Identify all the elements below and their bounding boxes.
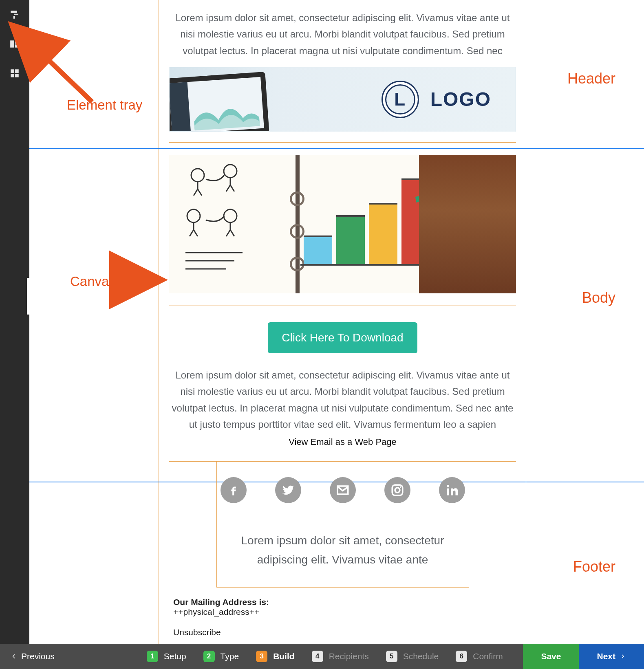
- step-badge: 6: [456, 651, 467, 662]
- callout-canvas: Canvas: [70, 274, 116, 289]
- svg-rect-14: [392, 485, 403, 495]
- step-recipients[interactable]: 4Recipients: [312, 651, 369, 662]
- logo-brand: L LOGO: [382, 81, 491, 118]
- previous-label: Previous: [21, 651, 55, 661]
- svg-point-10: [191, 169, 204, 182]
- step-label: Schedule: [403, 651, 439, 661]
- svg-rect-4: [15, 69, 19, 73]
- body-text-block[interactable]: Lorem ipsum dolor sit amet, consectetur …: [171, 367, 514, 433]
- step-badge: 2: [203, 651, 215, 662]
- grid-icon: [9, 68, 20, 79]
- svg-point-16: [399, 486, 401, 488]
- svg-rect-5: [11, 74, 14, 77]
- next-label: Next: [597, 651, 615, 661]
- step-badge: 5: [386, 651, 397, 662]
- save-label: Save: [541, 651, 561, 661]
- wizard-steps: 1Setup 2Type 3Build 4Recipients 5Schedul…: [147, 651, 503, 662]
- next-button[interactable]: Next: [579, 644, 644, 669]
- chevron-right-icon: [620, 653, 626, 660]
- logo-mark-letter: L: [394, 89, 406, 110]
- step-badge: 3: [256, 651, 267, 662]
- svg-point-11: [224, 165, 237, 178]
- wizard-stepbar: Previous 1Setup 2Type 3Build 4Recipients…: [0, 644, 644, 669]
- svg-point-15: [395, 488, 400, 493]
- mailing-label: Our Mailing Address is:: [173, 597, 269, 607]
- tool-layout-columns[interactable]: [0, 29, 29, 59]
- laptop-graphic-icon: [169, 67, 302, 132]
- step-schedule[interactable]: 5Schedule: [386, 651, 439, 662]
- view-as-webpage-link[interactable]: View Email as a Web Page: [159, 437, 526, 447]
- tool-paint-roller[interactable]: [0, 0, 29, 29]
- logo-banner-image[interactable]: L LOGO: [169, 67, 516, 132]
- header-text-block[interactable]: Lorem ipsum dolor sit amet, consectetur …: [172, 10, 514, 59]
- step-build[interactable]: 3Build: [256, 651, 295, 662]
- unsubscribe-link[interactable]: Unsubscribe: [173, 627, 221, 637]
- body-divider-bottom: [169, 306, 516, 306]
- step-label: Build: [273, 651, 295, 661]
- email-canvas[interactable]: Lorem ipsum dolor sit amet, consectetur …: [159, 0, 526, 644]
- hero-image[interactable]: [169, 155, 516, 293]
- save-button[interactable]: Save: [523, 644, 579, 669]
- svg-rect-1: [15, 40, 19, 44]
- svg-rect-6: [15, 74, 19, 77]
- zone-label-body: Body: [582, 289, 615, 306]
- social-twitter-icon[interactable]: [275, 477, 301, 503]
- arrow-to-tray-icon: [35, 45, 100, 106]
- step-setup[interactable]: 1Setup: [147, 651, 186, 662]
- callout-canvas-label: Canvas: [70, 274, 116, 289]
- paint-roller-icon: [9, 9, 20, 20]
- svg-point-12: [187, 209, 200, 222]
- element-tray-sidebar: [0, 0, 29, 644]
- zone-label-footer: Footer: [573, 558, 615, 575]
- cta-download-button[interactable]: Click Here To Download: [268, 322, 417, 353]
- step-badge: 1: [147, 651, 158, 662]
- notebook-sketch-icon: [169, 155, 300, 293]
- body-divider-top: [169, 142, 516, 143]
- svg-point-13: [224, 209, 237, 222]
- step-confirm[interactable]: 6Confirm: [456, 651, 503, 662]
- step-label: Recipients: [329, 651, 369, 661]
- svg-rect-0: [10, 40, 14, 47]
- chevron-left-icon: [11, 653, 17, 660]
- step-badge: 4: [312, 651, 323, 662]
- svg-rect-17: [447, 489, 449, 495]
- logo-text: LOGO: [430, 88, 491, 110]
- social-linkedin-icon[interactable]: [439, 477, 465, 503]
- canvas-border-right: [526, 0, 526, 644]
- svg-rect-3: [11, 69, 14, 73]
- layout-columns-icon: [9, 39, 20, 49]
- social-row: [216, 462, 469, 517]
- step-label: Setup: [164, 651, 186, 661]
- social-email-icon[interactable]: [330, 477, 356, 503]
- social-facebook-icon[interactable]: [221, 477, 247, 503]
- footer-section: Lorem ipsum dolor sit amet, consectetur …: [159, 461, 526, 666]
- footer-center-text[interactable]: Lorem ipsum dolor sit amet, consectetur …: [216, 517, 469, 588]
- social-instagram-icon[interactable]: [384, 477, 410, 503]
- zone-label-header: Header: [567, 70, 615, 87]
- svg-point-18: [446, 485, 449, 487]
- svg-rect-9: [169, 82, 191, 132]
- previous-button[interactable]: Previous: [0, 644, 65, 669]
- editor-stage: Header Body Footer Element tray Canvas L…: [29, 0, 644, 644]
- step-label: Confirm: [473, 651, 503, 661]
- step-label: Type: [221, 651, 239, 661]
- tool-grid[interactable]: [0, 59, 29, 88]
- svg-rect-2: [15, 44, 19, 48]
- logo-mark-icon: L: [382, 81, 419, 118]
- mailing-value: ++physical_address++: [173, 607, 259, 616]
- step-type[interactable]: 2Type: [203, 651, 239, 662]
